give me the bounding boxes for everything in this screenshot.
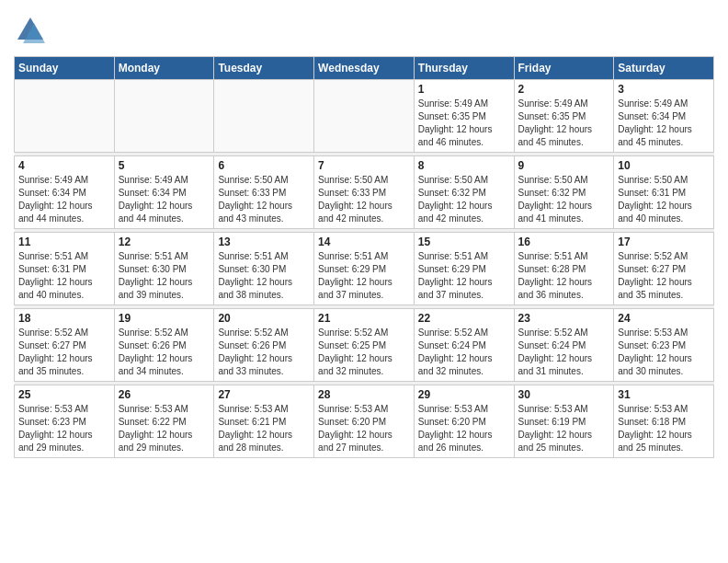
day-number: 30 bbox=[518, 388, 610, 401]
calendar-cell: 20Sunrise: 5:52 AM Sunset: 6:26 PM Dayli… bbox=[214, 309, 314, 382]
day-number: 11 bbox=[18, 236, 110, 248]
calendar-table: SundayMondayTuesdayWednesdayThursdayFrid… bbox=[14, 56, 714, 458]
calendar-cell: 5Sunrise: 5:49 AM Sunset: 6:34 PM Daylig… bbox=[114, 156, 214, 229]
day-info: Sunrise: 5:51 AM Sunset: 6:30 PM Dayligh… bbox=[218, 250, 310, 302]
day-info: Sunrise: 5:51 AM Sunset: 6:31 PM Dayligh… bbox=[18, 250, 110, 302]
day-info: Sunrise: 5:49 AM Sunset: 6:34 PM Dayligh… bbox=[119, 174, 210, 225]
day-info: Sunrise: 5:51 AM Sunset: 6:29 PM Dayligh… bbox=[318, 250, 410, 302]
day-number: 19 bbox=[119, 312, 210, 325]
day-info: Sunrise: 5:52 AM Sunset: 6:24 PM Dayligh… bbox=[418, 327, 510, 378]
weekday-header: Thursday bbox=[414, 57, 514, 80]
calendar-cell: 26Sunrise: 5:53 AM Sunset: 6:22 PM Dayli… bbox=[114, 385, 214, 458]
day-number: 15 bbox=[418, 236, 510, 248]
day-number: 14 bbox=[318, 236, 410, 248]
calendar-cell: 10Sunrise: 5:50 AM Sunset: 6:31 PM Dayli… bbox=[614, 156, 714, 229]
day-info: Sunrise: 5:49 AM Sunset: 6:34 PM Dayligh… bbox=[618, 98, 710, 149]
day-number: 20 bbox=[218, 312, 310, 325]
day-number: 3 bbox=[618, 83, 710, 96]
day-info: Sunrise: 5:53 AM Sunset: 6:23 PM Dayligh… bbox=[618, 327, 710, 378]
calendar-cell: 4Sunrise: 5:49 AM Sunset: 6:34 PM Daylig… bbox=[15, 156, 115, 229]
calendar-week-row: 11Sunrise: 5:51 AM Sunset: 6:31 PM Dayli… bbox=[15, 233, 714, 305]
day-number: 8 bbox=[418, 159, 510, 172]
calendar-cell: 23Sunrise: 5:52 AM Sunset: 6:24 PM Dayli… bbox=[514, 309, 614, 382]
weekday-header: Tuesday bbox=[214, 57, 314, 80]
weekday-header: Monday bbox=[114, 57, 214, 80]
page-header bbox=[14, 14, 714, 47]
day-number: 4 bbox=[18, 159, 110, 172]
day-info: Sunrise: 5:53 AM Sunset: 6:20 PM Dayligh… bbox=[418, 403, 510, 454]
calendar-cell: 16Sunrise: 5:51 AM Sunset: 6:28 PM Dayli… bbox=[514, 233, 614, 305]
calendar-cell: 1Sunrise: 5:49 AM Sunset: 6:35 PM Daylig… bbox=[414, 80, 514, 153]
calendar-cell: 13Sunrise: 5:51 AM Sunset: 6:30 PM Dayli… bbox=[214, 233, 314, 305]
day-info: Sunrise: 5:53 AM Sunset: 6:21 PM Dayligh… bbox=[218, 403, 310, 454]
calendar-cell: 29Sunrise: 5:53 AM Sunset: 6:20 PM Dayli… bbox=[414, 385, 514, 458]
calendar-week-row: 25Sunrise: 5:53 AM Sunset: 6:23 PM Dayli… bbox=[15, 385, 714, 458]
day-info: Sunrise: 5:53 AM Sunset: 6:19 PM Dayligh… bbox=[518, 403, 610, 454]
calendar-cell: 17Sunrise: 5:52 AM Sunset: 6:27 PM Dayli… bbox=[614, 233, 714, 305]
calendar-cell: 6Sunrise: 5:50 AM Sunset: 6:33 PM Daylig… bbox=[214, 156, 314, 229]
day-number: 16 bbox=[518, 236, 610, 248]
calendar-cell bbox=[114, 80, 214, 153]
day-number: 31 bbox=[618, 388, 710, 401]
day-number: 12 bbox=[119, 236, 210, 248]
day-info: Sunrise: 5:52 AM Sunset: 6:24 PM Dayligh… bbox=[518, 327, 610, 378]
day-number: 17 bbox=[618, 236, 710, 248]
calendar-cell: 19Sunrise: 5:52 AM Sunset: 6:26 PM Dayli… bbox=[114, 309, 214, 382]
day-number: 18 bbox=[18, 312, 110, 325]
calendar-cell bbox=[214, 80, 314, 153]
day-info: Sunrise: 5:53 AM Sunset: 6:18 PM Dayligh… bbox=[618, 403, 710, 454]
calendar-cell bbox=[15, 80, 115, 153]
calendar-cell: 25Sunrise: 5:53 AM Sunset: 6:23 PM Dayli… bbox=[15, 385, 115, 458]
calendar-cell: 14Sunrise: 5:51 AM Sunset: 6:29 PM Dayli… bbox=[314, 233, 415, 305]
weekday-header: Wednesday bbox=[314, 57, 415, 80]
day-info: Sunrise: 5:53 AM Sunset: 6:20 PM Dayligh… bbox=[318, 403, 410, 454]
day-info: Sunrise: 5:50 AM Sunset: 6:33 PM Dayligh… bbox=[218, 174, 310, 225]
day-info: Sunrise: 5:49 AM Sunset: 6:35 PM Dayligh… bbox=[518, 98, 610, 149]
calendar-cell bbox=[314, 80, 415, 153]
calendar-cell: 11Sunrise: 5:51 AM Sunset: 6:31 PM Dayli… bbox=[15, 233, 115, 305]
day-number: 27 bbox=[218, 388, 310, 401]
day-info: Sunrise: 5:50 AM Sunset: 6:33 PM Dayligh… bbox=[318, 174, 410, 225]
day-number: 2 bbox=[518, 83, 610, 96]
day-info: Sunrise: 5:49 AM Sunset: 6:35 PM Dayligh… bbox=[418, 98, 510, 149]
calendar-cell: 2Sunrise: 5:49 AM Sunset: 6:35 PM Daylig… bbox=[514, 80, 614, 153]
calendar-cell: 24Sunrise: 5:53 AM Sunset: 6:23 PM Dayli… bbox=[614, 309, 714, 382]
calendar-cell: 18Sunrise: 5:52 AM Sunset: 6:27 PM Dayli… bbox=[15, 309, 115, 382]
day-info: Sunrise: 5:50 AM Sunset: 6:32 PM Dayligh… bbox=[418, 174, 510, 225]
day-number: 7 bbox=[318, 159, 410, 172]
calendar-cell: 12Sunrise: 5:51 AM Sunset: 6:30 PM Dayli… bbox=[114, 233, 214, 305]
day-info: Sunrise: 5:53 AM Sunset: 6:23 PM Dayligh… bbox=[18, 403, 110, 454]
day-number: 6 bbox=[218, 159, 310, 172]
calendar-cell: 27Sunrise: 5:53 AM Sunset: 6:21 PM Dayli… bbox=[214, 385, 314, 458]
day-number: 25 bbox=[18, 388, 110, 401]
calendar-week-row: 4Sunrise: 5:49 AM Sunset: 6:34 PM Daylig… bbox=[15, 156, 714, 229]
day-info: Sunrise: 5:50 AM Sunset: 6:32 PM Dayligh… bbox=[518, 174, 610, 225]
day-number: 13 bbox=[218, 236, 310, 248]
weekday-header: Friday bbox=[514, 57, 614, 80]
day-number: 29 bbox=[418, 388, 510, 401]
calendar-cell: 30Sunrise: 5:53 AM Sunset: 6:19 PM Dayli… bbox=[514, 385, 614, 458]
logo bbox=[14, 14, 51, 47]
calendar-cell: 21Sunrise: 5:52 AM Sunset: 6:25 PM Dayli… bbox=[314, 309, 415, 382]
day-info: Sunrise: 5:52 AM Sunset: 6:27 PM Dayligh… bbox=[18, 327, 110, 378]
calendar-week-row: 1Sunrise: 5:49 AM Sunset: 6:35 PM Daylig… bbox=[15, 80, 714, 153]
day-number: 22 bbox=[418, 312, 510, 325]
weekday-header: Saturday bbox=[614, 57, 714, 80]
day-info: Sunrise: 5:50 AM Sunset: 6:31 PM Dayligh… bbox=[618, 174, 710, 225]
logo-icon bbox=[14, 14, 47, 47]
calendar-cell: 3Sunrise: 5:49 AM Sunset: 6:34 PM Daylig… bbox=[614, 80, 714, 153]
day-info: Sunrise: 5:53 AM Sunset: 6:22 PM Dayligh… bbox=[119, 403, 210, 454]
day-number: 23 bbox=[518, 312, 610, 325]
day-number: 1 bbox=[418, 83, 510, 96]
calendar-cell: 7Sunrise: 5:50 AM Sunset: 6:33 PM Daylig… bbox=[314, 156, 415, 229]
calendar-cell: 31Sunrise: 5:53 AM Sunset: 6:18 PM Dayli… bbox=[614, 385, 714, 458]
day-info: Sunrise: 5:51 AM Sunset: 6:29 PM Dayligh… bbox=[418, 250, 510, 302]
day-info: Sunrise: 5:52 AM Sunset: 6:26 PM Dayligh… bbox=[218, 327, 310, 378]
day-number: 28 bbox=[318, 388, 410, 401]
weekday-header: Sunday bbox=[15, 57, 115, 80]
day-number: 21 bbox=[318, 312, 410, 325]
day-info: Sunrise: 5:49 AM Sunset: 6:34 PM Dayligh… bbox=[18, 174, 110, 225]
calendar-cell: 8Sunrise: 5:50 AM Sunset: 6:32 PM Daylig… bbox=[414, 156, 514, 229]
calendar-cell: 22Sunrise: 5:52 AM Sunset: 6:24 PM Dayli… bbox=[414, 309, 514, 382]
day-number: 5 bbox=[119, 159, 210, 172]
